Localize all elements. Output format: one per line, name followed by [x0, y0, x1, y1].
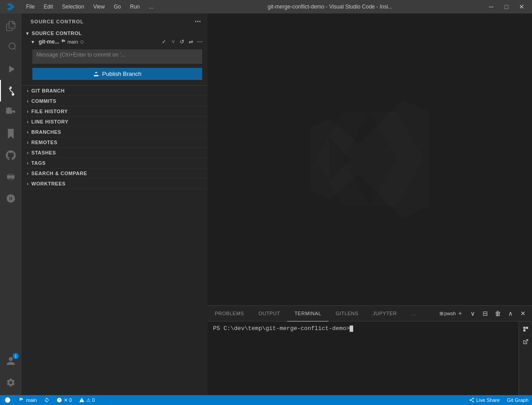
new-terminal-button[interactable]: ＋	[455, 308, 466, 319]
split-terminal-button[interactable]: ⊟	[480, 308, 491, 319]
status-errors[interactable]: ✕ 0	[53, 395, 75, 405]
worktrees-panel[interactable]: › WORKTREES	[22, 179, 208, 189]
error-status-icon	[57, 397, 62, 403]
file-history-panel[interactable]: › FILE HISTORY	[22, 106, 208, 117]
git-branch-chevron: ›	[27, 88, 29, 93]
activity-github[interactable]	[0, 145, 22, 166]
branch-action-btn[interactable]: ⑂	[169, 38, 177, 46]
tab-problems[interactable]: PROBLEMS	[208, 306, 251, 321]
menu-more[interactable]: ...	[144, 2, 158, 12]
warning-count: ⚠ 0	[86, 397, 95, 403]
activity-remote[interactable]	[0, 188, 22, 209]
menu-go[interactable]: Go	[109, 2, 125, 12]
activity-settings[interactable]	[0, 372, 22, 393]
check-action-btn[interactable]: ✓	[160, 38, 168, 46]
sidebar-title: SOURCE CONTROL	[31, 19, 84, 24]
shell-icon: ⊞	[439, 311, 443, 317]
panel-right-icons	[519, 321, 532, 395]
file-history-chevron: ›	[27, 109, 29, 114]
menu-selection[interactable]: Selection	[58, 2, 89, 12]
tab-jupyter[interactable]: JUPYTER	[366, 306, 404, 321]
gitgraph-label: Git Graph	[507, 397, 528, 403]
panel: PROBLEMS OUTPUT TERMINAL GITLENS JUPYTER…	[208, 305, 532, 395]
tab-more[interactable]: ...	[404, 306, 423, 321]
tab-terminal[interactable]: TERMINAL	[287, 306, 328, 321]
app-logo	[0, 3, 22, 11]
status-branch[interactable]: main	[15, 395, 40, 405]
terminal-shell-label: ⊞ pwsh	[442, 308, 453, 319]
refresh-action-btn[interactable]: ↺	[178, 38, 186, 46]
publish-branch-button[interactable]: Publish Branch	[32, 68, 202, 80]
editor-content	[208, 13, 532, 305]
source-control-label: SOURCE CONTROL	[31, 31, 82, 36]
panel-close-button[interactable]: ✕	[518, 308, 528, 319]
status-gitgraph[interactable]: Git Graph	[503, 395, 532, 405]
sidebar-header: SOURCE CONTROL ⋯	[22, 13, 208, 28]
terminal-cursor	[350, 326, 353, 332]
panel-right-icon-1[interactable]	[520, 323, 532, 335]
sidebar-header-actions: ⋯	[193, 17, 202, 26]
menu-run[interactable]: Run	[125, 2, 144, 12]
liveshare-label: Live Share	[476, 397, 500, 403]
svg-rect-2	[523, 330, 525, 332]
line-history-chevron: ›	[27, 119, 29, 124]
search-compare-panel[interactable]: › SEARCH & COMPARE	[22, 168, 208, 179]
terminal-prompt-text: PS C:\dev\temp\git-merge-conflict-demo>	[213, 325, 350, 332]
source-control-title[interactable]: ▼ SOURCE CONTROL	[22, 30, 208, 37]
maximize-button[interactable]: □	[500, 0, 513, 13]
activity-bookmarks[interactable]	[0, 123, 22, 145]
menu-edit[interactable]: Edit	[39, 2, 58, 12]
commits-panel[interactable]: › COMMITS	[22, 96, 208, 106]
panel-tab-actions: ⊞ pwsh ＋ ∨ ⊟ 🗑 ∧ ✕	[442, 308, 532, 319]
activity-explorer[interactable]	[0, 15, 22, 37]
menu-view[interactable]: View	[89, 2, 109, 12]
commit-message-input[interactable]	[32, 49, 202, 64]
stashes-label: STASHES	[31, 150, 56, 155]
stashes-panel[interactable]: › STASHES	[22, 148, 208, 158]
more-action-btn[interactable]: ⋯	[196, 38, 204, 46]
liveshare-icon	[469, 397, 474, 403]
activity-search[interactable]	[0, 37, 22, 58]
window-title: git-merge-conflict-demo - Visual Studio …	[176, 4, 484, 10]
panel-right-icon-2[interactable]	[520, 336, 532, 348]
activity-source-control[interactable]	[0, 80, 22, 101]
kill-terminal-button[interactable]: 🗑	[492, 308, 503, 319]
remotes-panel[interactable]: › REMOTES	[22, 137, 208, 148]
tab-output[interactable]: OUTPUT	[251, 306, 287, 321]
status-remote[interactable]	[0, 395, 15, 405]
activity-run[interactable]	[0, 58, 22, 80]
branches-chevron: ›	[27, 130, 29, 135]
close-button[interactable]: ✕	[515, 0, 528, 13]
activity-bar-bottom: 1	[0, 350, 22, 395]
line-history-panel[interactable]: › LINE HISTORY	[22, 117, 208, 127]
tab-gitlens[interactable]: GITLENS	[328, 306, 366, 321]
repo-actions: ✓ ⑂ ↺ ⇌ ⋯	[160, 38, 204, 46]
tags-panel[interactable]: › TAGS	[22, 158, 208, 168]
panel-body: PS C:\dev\temp\git-merge-conflict-demo>	[208, 321, 532, 395]
branches-panel[interactable]: › BRANCHES	[22, 127, 208, 137]
branch-status-label: main	[26, 397, 37, 403]
git-branch-panel[interactable]: › GIT BRANCH	[22, 86, 208, 96]
sidebar-more-button[interactable]: ⋯	[193, 17, 202, 26]
status-bar: main ✕ 0 ⚠ 0 Live Share Git	[0, 395, 532, 405]
activity-gitlens[interactable]	[0, 166, 22, 188]
status-warnings[interactable]: ⚠ 0	[75, 395, 98, 405]
terminal-content[interactable]: PS C:\dev\temp\git-merge-conflict-demo>	[208, 321, 519, 395]
panel-collapse-up[interactable]: ∧	[505, 308, 516, 319]
git-branch-label: GIT BRANCH	[31, 88, 65, 93]
status-sync[interactable]	[40, 395, 53, 405]
activity-accounts[interactable]: 1	[0, 350, 22, 372]
status-left: main ✕ 0 ⚠ 0	[0, 395, 98, 405]
repo-row: ▼ git-me... main ⊙ ✓ ⑂ ↺ ⇌ ⋯	[22, 37, 208, 47]
minimize-button[interactable]: ─	[484, 0, 498, 13]
menu-file[interactable]: File	[22, 2, 39, 12]
commits-label: COMMITS	[31, 98, 56, 104]
vscode-watermark	[302, 92, 437, 228]
menu-bar: File Edit Selection View Go Run ...	[22, 2, 176, 12]
status-liveshare[interactable]: Live Share	[466, 395, 504, 405]
sync-action-btn[interactable]: ⇌	[187, 38, 195, 46]
terminal-dropdown-button[interactable]: ∨	[467, 308, 478, 319]
panel-tabs: PROBLEMS OUTPUT TERMINAL GITLENS JUPYTER…	[208, 306, 532, 321]
activity-extensions[interactable]	[0, 101, 22, 123]
shell-name: pwsh	[444, 311, 456, 316]
